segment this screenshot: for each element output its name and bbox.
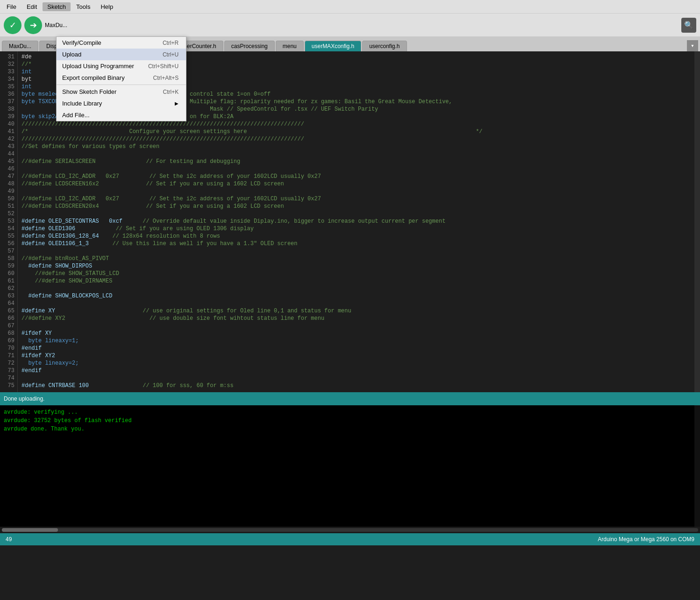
sketch-menu-item-include-library[interactable]: Include Library▶ (57, 98, 186, 109)
sketch-menu-item-show-sketch-folder[interactable]: Show Sketch FolderCtrl+K (57, 86, 186, 98)
sketch-menu-item-upload-using-programmer[interactable]: Upload Using ProgrammerCtrl+Shift+U (57, 60, 186, 72)
console-output: avrdude: verifying ...avrdude: 32752 byt… (0, 405, 700, 527)
toolbar: ✓ ➔ MaxDu... 🔍 (0, 13, 700, 36)
console-horizontal-scrollbar[interactable] (0, 527, 700, 533)
tab-maxdu...[interactable]: MaxDu... (2, 41, 38, 51)
tab-dropdown[interactable]: ▾ (687, 40, 698, 51)
menu-item-label: Upload Using Programmer (62, 63, 134, 70)
bottom-status-bar: 49 Arduino Mega or Mega 2560 on COM9 (0, 533, 700, 545)
sketch-menu-item-export-compiled-binary[interactable]: Export compiled BinaryCtrl+Alt+S (57, 72, 186, 84)
dropdown-separator-4 (57, 85, 186, 85)
upload-button[interactable]: ➔ (24, 16, 42, 34)
line-number-indicator: 49 (6, 536, 12, 543)
status-bar: Done uploading. (0, 392, 700, 405)
editor-scrollbar[interactable] (694, 51, 700, 392)
sketch-menu-item-verify/compile[interactable]: Verify/CompileCtrl+R (57, 37, 186, 49)
hscroll-track[interactable] (2, 528, 698, 532)
menu-item-label: Verify/Compile (62, 39, 101, 46)
tab-casprocessing[interactable]: casProcessing (224, 41, 275, 51)
menu-item-label: Upload (62, 51, 81, 58)
board-selector: MaxDu... (45, 22, 67, 28)
menu-item-label: Include Library (62, 100, 102, 107)
board-info: Arduino Mega or Mega 2560 on COM9 (598, 536, 694, 543)
menu-bar: File Edit Sketch Tools Help (0, 0, 700, 13)
menu-item-shortcut: Ctrl+Shift+U (148, 63, 179, 70)
help-menu[interactable]: Help (96, 2, 118, 11)
menu-item-shortcut: Ctrl+U (163, 51, 179, 58)
menu-item-shortcut: Ctrl+R (163, 40, 179, 46)
edit-menu[interactable]: Edit (22, 2, 42, 11)
menu-item-label: Export compiled Binary (62, 74, 125, 81)
tab-usermaxconfig.h[interactable]: userMAXconfig.h (305, 41, 361, 51)
menu-item-shortcut: Ctrl+Alt+S (153, 75, 179, 81)
sketch-menu[interactable]: Sketch (43, 2, 71, 11)
hscroll-thumb[interactable] (2, 528, 58, 532)
menu-item-label: Add File... (62, 112, 90, 119)
line-numbers: 3132333435363738394041424344454647484950… (0, 51, 18, 392)
sketch-menu-item-add-file...[interactable]: Add File... (57, 109, 186, 121)
submenu-arrow-icon: ▶ (175, 101, 179, 106)
tab-menu[interactable]: menu (276, 41, 304, 51)
menu-item-label: Show Sketch Folder (62, 88, 116, 95)
console-scrollbar[interactable] (694, 405, 700, 527)
chevron-down-icon: ▾ (691, 42, 694, 49)
file-menu[interactable]: File (2, 2, 21, 11)
sketch-dropdown-menu: Verify/CompileCtrl+RUploadCtrl+UUpload U… (56, 36, 186, 121)
sketch-menu-item-upload[interactable]: UploadCtrl+U (57, 49, 186, 60)
verify-button[interactable]: ✓ (4, 16, 21, 34)
status-message: Done uploading. (4, 395, 44, 402)
menu-item-shortcut: Ctrl+K (163, 89, 179, 95)
tab-userconfig.h[interactable]: userconfig.h (362, 41, 407, 51)
tools-menu[interactable]: Tools (71, 2, 95, 11)
search-icon[interactable]: 🔍 (681, 18, 696, 33)
